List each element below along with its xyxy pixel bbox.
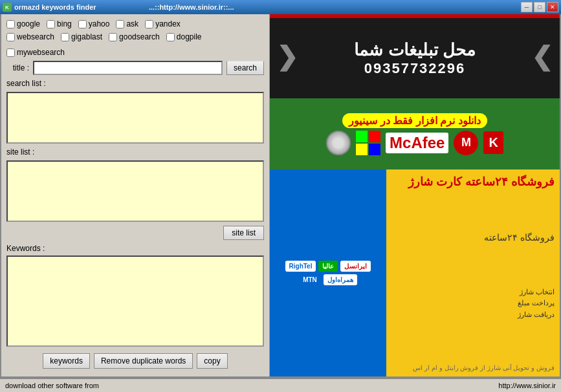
- mtn-logo: MTN: [299, 274, 321, 285]
- checkbox-mywebsearch: mywebsearch: [6, 48, 65, 57]
- keywords-section: Kevwords :: [6, 244, 264, 347]
- ad3-subtitle: فروشگاه ۲۴ساعته: [391, 232, 555, 243]
- checkbox-yahoo: yahoo: [78, 19, 110, 28]
- mcafee-text: McAfee: [386, 133, 448, 153]
- site-list-label: site list :: [6, 147, 264, 157]
- title-field-label: title :: [6, 63, 29, 72]
- title-row: title : search: [6, 61, 264, 75]
- status-bar: download other software from http://www.…: [0, 378, 561, 392]
- bing-label: bing: [57, 19, 72, 28]
- title-bar-left: K ormazd keywords finder ...::http://www…: [3, 3, 234, 12]
- ask-label: ask: [126, 19, 138, 28]
- keywords-button[interactable]: keywords: [43, 353, 90, 369]
- title-input[interactable]: [33, 61, 223, 75]
- ask-checkbox[interactable]: [116, 20, 124, 28]
- yahoo-checkbox[interactable]: [78, 20, 87, 28]
- mywebsearch-checkbox[interactable]: [6, 49, 15, 57]
- bing-checkbox[interactable]: [47, 20, 55, 28]
- window-controls: ─ □ ✕: [521, 2, 558, 12]
- carrier-logos: ایرانسل عالیا RighTel همراه‌اول MTN: [272, 261, 384, 285]
- ad3-right: ایرانسل عالیا RighTel همراه‌اول MTN: [270, 169, 386, 376]
- windows-logo-icon: [356, 131, 380, 155]
- ad1-title: محل تبلیغات شما: [354, 40, 475, 60]
- keywords-label: Kevwords :: [6, 244, 264, 253]
- checkbox-google: google: [6, 19, 40, 28]
- mywebsearch-label: mywebsearch: [17, 48, 65, 57]
- ad-banner-1: ❯ محل تبلیغات شما 09357732296 ❮: [270, 14, 560, 98]
- gigablast-label: gigablast: [71, 32, 102, 41]
- checkbox-row-2: websearch gigablast goodsearch dogpile m…: [6, 32, 264, 57]
- search-button[interactable]: search: [226, 61, 264, 75]
- main-window: google bing yahoo ask yandex webse: [0, 14, 561, 378]
- alia-logo: عالیا: [318, 261, 338, 272]
- app-subtitle: ...::http://www.sinior.ir::...: [149, 3, 234, 11]
- checkbox-websearch: websearch: [6, 32, 54, 41]
- site-list-textarea[interactable]: [6, 160, 264, 222]
- banner2-logos: K M McAfee: [326, 131, 503, 155]
- status-left: download other software from: [5, 382, 99, 389]
- ad1-phone: 09357732296: [364, 60, 466, 77]
- app-icon: K: [3, 3, 12, 12]
- ad-banner-3: فروشگاه ۲۴ساعته کارت شارژ فروشگاه ۲۴ساعت…: [270, 169, 560, 376]
- websearch-label: websearch: [17, 32, 54, 41]
- ad3-items: انتخاب شارژ پرداخت مبلغ دریافت شارژ: [391, 287, 555, 321]
- site-list-button[interactable]: site list: [223, 226, 264, 240]
- maximize-button[interactable]: □: [534, 2, 545, 12]
- rightel-logo: RighTel: [285, 261, 316, 272]
- right-panel: ❯ محل تبلیغات شما 09357732296 ❮ دانلود ن…: [270, 14, 560, 376]
- banner2-title: دانلود نرم افزار فقط در سینیور: [342, 113, 487, 128]
- checkbox-yandex: yandex: [145, 19, 181, 28]
- irancell-logo: ایرانسل: [340, 261, 371, 272]
- left-chevron-icon: ❮: [276, 41, 298, 71]
- dogpile-checkbox[interactable]: [166, 33, 175, 41]
- hamrahaval-logo: همراه‌اول: [324, 274, 357, 285]
- goodsearch-checkbox[interactable]: [109, 33, 117, 41]
- yahoo-label: yahoo: [89, 19, 110, 28]
- title-bar: K ormazd keywords finder ...::http://www…: [0, 0, 561, 14]
- dogpile-label: dogpile: [177, 32, 202, 41]
- websearch-checkbox[interactable]: [6, 33, 15, 41]
- checkbox-row-1: google bing yahoo ask yandex: [6, 19, 264, 28]
- checkbox-goodsearch: goodsearch: [109, 32, 160, 41]
- checkbox-bing: bing: [47, 19, 72, 28]
- kaspersky-logo: K: [483, 131, 503, 154]
- site-list-btn-row: site list: [6, 226, 264, 240]
- bottom-buttons: keywords Remove duplicate words copy: [6, 351, 264, 371]
- ad3-title: فروشگاه ۲۴ساعته کارت شارژ: [391, 175, 555, 189]
- ad3-bottom: فروش و تحویل آنی شارژ از فروش رایتل و ام…: [391, 364, 555, 371]
- right-chevron-icon: ❯: [531, 41, 553, 71]
- close-button[interactable]: ✕: [547, 2, 558, 12]
- ad3-left: فروشگاه ۲۴ساعته کارت شارژ فروشگاه ۲۴ساعت…: [386, 169, 560, 376]
- status-right: http://www.sinior.ir: [498, 382, 556, 389]
- remove-duplicates-button[interactable]: Remove duplicate words: [94, 353, 193, 369]
- checkbox-dogpile: dogpile: [166, 32, 202, 41]
- mcafee-shield-icon: M: [454, 131, 478, 155]
- goodsearch-label: goodsearch: [119, 32, 160, 41]
- search-list-textarea[interactable]: [6, 92, 264, 144]
- minimize-button[interactable]: ─: [521, 2, 533, 12]
- google-checkbox[interactable]: [6, 20, 15, 28]
- banner2-content: دانلود نرم افزار فقط در سینیور K M McAfe…: [326, 113, 503, 155]
- ad-banner-2: دانلود نرم افزار فقط در سینیور K M McAfe…: [270, 98, 560, 169]
- left-panel: google bing yahoo ask yandex webse: [1, 14, 270, 376]
- google-label: google: [17, 19, 40, 28]
- checkbox-ask: ask: [116, 19, 138, 28]
- gigablast-checkbox[interactable]: [61, 33, 69, 41]
- red-bar: [270, 14, 560, 18]
- disk-icon: [326, 131, 351, 155]
- checkbox-gigablast: gigablast: [61, 32, 102, 41]
- yandex-label: yandex: [155, 19, 181, 28]
- app-title: ormazd keywords finder: [14, 3, 96, 11]
- search-list-label: search list :: [6, 79, 264, 88]
- yandex-checkbox[interactable]: [145, 20, 153, 28]
- copy-button[interactable]: copy: [197, 353, 227, 369]
- keywords-textarea[interactable]: [6, 256, 264, 347]
